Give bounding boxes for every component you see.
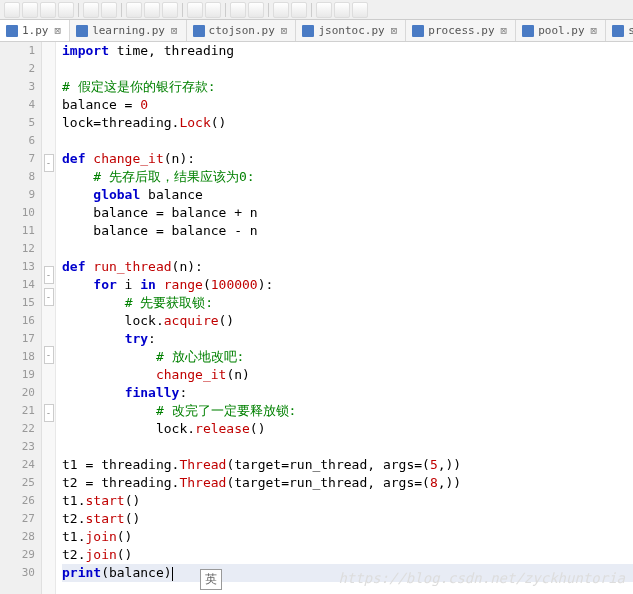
tool-find-icon[interactable] — [230, 2, 246, 18]
line-number: 23 — [0, 438, 35, 456]
code-line[interactable]: balance = balance - n — [62, 222, 633, 240]
fold-empty — [42, 208, 55, 226]
save-icon — [76, 25, 88, 37]
close-icon[interactable]: ⊠ — [169, 24, 180, 37]
tab-1-py[interactable]: 1.py⊠ — [0, 20, 70, 41]
code-line[interactable]: t2 = threading.Thread(target=run_thread,… — [62, 474, 633, 492]
fold-empty — [42, 306, 55, 324]
code-line[interactable]: balance = balance + n — [62, 204, 633, 222]
code-line[interactable]: # 改完了一定要释放锁: — [62, 402, 633, 420]
close-icon[interactable]: ⊠ — [53, 24, 64, 37]
close-icon[interactable]: ⊠ — [499, 24, 510, 37]
code-line[interactable]: lock=threading.Lock() — [62, 114, 633, 132]
code-line[interactable] — [62, 60, 633, 78]
tool-redo-icon[interactable] — [205, 2, 221, 18]
close-icon[interactable]: ⊠ — [279, 24, 290, 37]
code-line[interactable]: def run_thread(n): — [62, 258, 633, 276]
fold-empty — [42, 440, 55, 458]
fold-empty — [42, 422, 55, 440]
line-number: 11 — [0, 222, 35, 240]
fold-empty — [42, 476, 55, 494]
fold-empty — [42, 382, 55, 400]
editor: 1234567891011121314151617181920212223242… — [0, 42, 633, 594]
code-line[interactable]: # 放心地改吧: — [62, 348, 633, 366]
code-line[interactable]: def change_it(n): — [62, 150, 633, 168]
line-number: 2 — [0, 60, 35, 78]
tool-print-icon[interactable] — [101, 2, 117, 18]
code-line[interactable] — [62, 132, 633, 150]
code-line[interactable]: try: — [62, 330, 633, 348]
line-number: 1 — [0, 42, 35, 60]
code-line[interactable]: import time, threading — [62, 42, 633, 60]
fold-empty — [42, 494, 55, 512]
code-line[interactable]: t1 = threading.Thread(target=run_thread,… — [62, 456, 633, 474]
tab-label: learning.py — [92, 24, 165, 37]
toolbar — [0, 0, 633, 20]
fold-toggle[interactable]: - — [44, 266, 54, 284]
code-line[interactable]: t1.start() — [62, 492, 633, 510]
code-line[interactable]: change_it(n) — [62, 366, 633, 384]
tool-close-icon[interactable] — [83, 2, 99, 18]
fold-empty — [42, 114, 55, 132]
tool-saveall-icon[interactable] — [58, 2, 74, 18]
code-line[interactable]: # 先要获取锁: — [62, 294, 633, 312]
tool-new-icon[interactable] — [4, 2, 20, 18]
tab-process-py[interactable]: process.py⊠ — [406, 20, 516, 41]
tool-play-icon[interactable] — [334, 2, 350, 18]
tab-label: pool.py — [538, 24, 584, 37]
tool-zoomout-icon[interactable] — [291, 2, 307, 18]
tool-save-icon[interactable] — [40, 2, 56, 18]
tool-record-icon[interactable] — [316, 2, 332, 18]
code-line[interactable]: finally: — [62, 384, 633, 402]
code-line[interactable]: lock.acquire() — [62, 312, 633, 330]
tab-jsontoc-py[interactable]: jsontoc.py⊠ — [296, 20, 406, 41]
code-line[interactable]: lock.release() — [62, 420, 633, 438]
code-line[interactable]: t2.join() — [62, 546, 633, 564]
close-icon[interactable]: ⊠ — [589, 24, 600, 37]
save-icon — [6, 25, 18, 37]
tab-subpro-py[interactable]: subpro.py⊠ — [606, 20, 633, 41]
code-line[interactable] — [62, 438, 633, 456]
tool-stop-icon[interactable] — [352, 2, 368, 18]
save-icon — [522, 25, 534, 37]
code-line[interactable]: print(balance) — [62, 564, 633, 582]
save-icon — [302, 25, 314, 37]
code-line[interactable]: global balance — [62, 186, 633, 204]
tool-cut-icon[interactable] — [126, 2, 142, 18]
code-line[interactable]: t1.join() — [62, 528, 633, 546]
code-line[interactable] — [62, 240, 633, 258]
fold-empty — [42, 226, 55, 244]
tab-ctojson-py[interactable]: ctojson.py⊠ — [187, 20, 297, 41]
tool-open-icon[interactable] — [22, 2, 38, 18]
fold-empty — [42, 458, 55, 476]
code-area[interactable]: import time, threading# 假定这是你的银行存款:balan… — [56, 42, 633, 594]
tool-zoomin-icon[interactable] — [273, 2, 289, 18]
fold-empty — [42, 60, 55, 78]
fold-empty — [42, 190, 55, 208]
tool-copy-icon[interactable] — [144, 2, 160, 18]
fold-toggle[interactable]: - — [44, 288, 54, 306]
line-number: 9 — [0, 186, 35, 204]
toolbar-sep — [78, 3, 79, 17]
line-number: 8 — [0, 168, 35, 186]
fold-empty — [42, 584, 55, 594]
tab-learning-py[interactable]: learning.py⊠ — [70, 20, 186, 41]
code-line[interactable]: t2.start() — [62, 510, 633, 528]
code-line[interactable]: balance = 0 — [62, 96, 633, 114]
line-number: 17 — [0, 330, 35, 348]
code-line[interactable]: for i in range(100000): — [62, 276, 633, 294]
tool-undo-icon[interactable] — [187, 2, 203, 18]
line-number: 29 — [0, 546, 35, 564]
code-line[interactable]: # 先存后取，结果应该为0: — [62, 168, 633, 186]
fold-toggle[interactable]: - — [44, 404, 54, 422]
tool-replace-icon[interactable] — [248, 2, 264, 18]
fold-toggle[interactable]: - — [44, 346, 54, 364]
line-number: 6 — [0, 132, 35, 150]
text-cursor — [172, 567, 173, 581]
fold-empty — [42, 132, 55, 150]
fold-toggle[interactable]: - — [44, 154, 54, 172]
close-icon[interactable]: ⊠ — [389, 24, 400, 37]
tool-paste-icon[interactable] — [162, 2, 178, 18]
tab-pool-py[interactable]: pool.py⊠ — [516, 20, 606, 41]
code-line[interactable]: # 假定这是你的银行存款: — [62, 78, 633, 96]
